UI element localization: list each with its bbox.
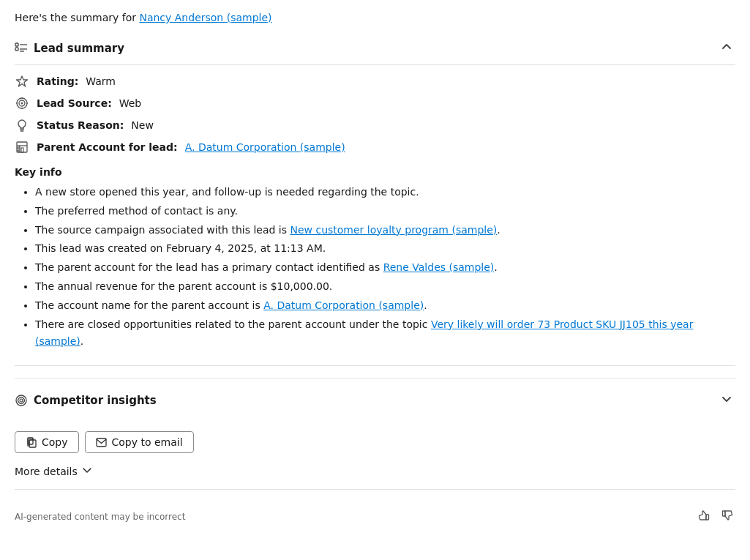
svg-rect-19 [18,147,19,149]
more-details-toggle[interactable]: More details [15,465,735,477]
svg-rect-27 [723,511,726,516]
list-item: The source campaign associated with this… [35,222,735,239]
copy-icon [26,436,37,448]
lead-summary-collapse-button[interactable] [718,38,735,59]
thumbs-down-button[interactable] [719,507,735,526]
lead-fields: Rating: Warm Lead Source: Web [15,74,735,154]
footer-divider [15,489,735,490]
key-info-title: Key info [15,166,735,178]
key-info-list: A new store opened this year, and follow… [15,184,735,351]
header-intro: Here's the summary for Nancy Anderson (s… [15,12,735,23]
svg-marker-5 [17,76,28,86]
lead-summary-icon [15,42,28,55]
building-icon [15,140,29,154]
copy-button[interactable]: Copy [15,431,79,453]
account-name-link[interactable]: A. Datum Corporation (sample) [263,299,424,311]
email-icon [96,436,108,448]
parent-account-field: Parent Account for lead: A. Datum Corpor… [15,140,735,154]
list-item: There are closed opportunities related t… [35,316,735,351]
lead-source-value: Web [119,97,142,109]
target-icon [15,96,29,111]
feedback-icons-group [696,507,735,526]
svg-rect-20 [18,150,19,152]
action-buttons-group: Copy Copy to email [15,431,735,453]
footer: AI-generated content may be incorrect [15,501,735,526]
svg-point-22 [20,399,23,402]
opportunity-link[interactable]: Very likely will order 73 Product SKU JJ… [35,318,693,348]
rating-value: Warm [86,75,116,87]
list-item: The preferred method of contact is any. [35,203,735,220]
competitor-title-group: Competitor insights [15,394,157,407]
more-details-label: More details [15,466,78,477]
list-item: This lead was created on February 4, 202… [35,240,735,258]
lightbulb-icon [15,118,29,132]
svg-rect-26 [706,515,709,520]
competitor-header: Competitor insights [15,384,735,417]
competitor-icon [15,394,28,407]
lead-source-label: Lead Source: [37,97,112,109]
list-item: The account name for the parent account … [35,297,735,315]
star-icon [15,74,29,89]
lead-summary-title-group: Lead summary [15,42,124,55]
list-item: The parent account for the lead has a pr… [35,259,735,277]
svg-rect-0 [15,43,18,46]
svg-rect-25 [97,438,106,447]
svg-point-8 [21,102,23,105]
parent-account-label: Parent Account for lead: [37,141,178,153]
lead-summary-header: Lead summary [15,32,735,65]
competitor-title: Competitor insights [34,394,157,407]
ai-disclaimer: AI-generated content may be incorrect [15,512,185,522]
section-divider [15,365,735,366]
rating-field: Rating: Warm [15,74,735,89]
competitor-insights-section: Competitor insights [15,378,735,417]
rating-label: Rating: [37,75,78,87]
competitor-expand-button[interactable] [718,390,735,411]
lead-source-field: Lead Source: Web [15,96,735,111]
svg-rect-1 [15,48,18,51]
intro-text: Here's the summary for [15,12,136,23]
copy-to-email-label: Copy to email [112,436,183,448]
copy-to-email-button[interactable]: Copy to email [85,431,194,453]
key-info-section: Key info A new store opened this year, a… [15,166,735,351]
svg-rect-18 [21,148,23,152]
status-reason-value: New [131,119,154,131]
status-reason-field: Status Reason: New [15,118,735,132]
list-item: The annual revenue for the parent accoun… [35,278,735,296]
person-link[interactable]: Nancy Anderson (sample) [139,12,271,23]
copy-label: Copy [42,436,68,448]
campaign-link[interactable]: New customer loyalty program (sample) [290,224,497,236]
more-details-chevron-icon [82,465,92,477]
list-item: A new store opened this year, and follow… [35,184,735,201]
contact-link[interactable]: Rene Valdes (sample) [383,261,495,273]
lead-summary-title: Lead summary [34,42,124,55]
thumbs-up-button[interactable] [696,507,712,526]
parent-account-link[interactable]: A. Datum Corporation (sample) [185,141,345,153]
status-reason-label: Status Reason: [37,119,124,131]
